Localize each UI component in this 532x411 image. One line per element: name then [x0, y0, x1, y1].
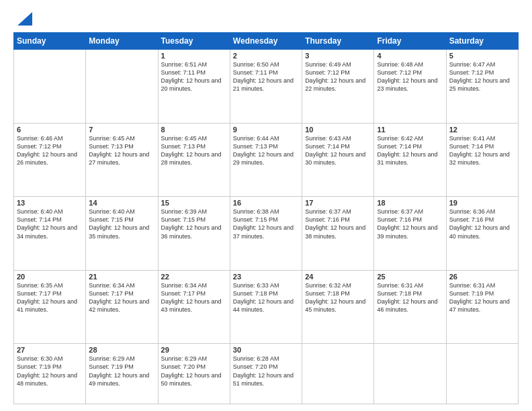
col-friday: Friday: [374, 33, 446, 50]
day-info: Sunrise: 6:30 AM Sunset: 7:19 PM Dayligh…: [17, 355, 83, 387]
col-saturday: Saturday: [446, 33, 518, 50]
table-row: 22Sunrise: 6:34 AM Sunset: 7:17 PM Dayli…: [158, 270, 230, 344]
calendar-week-row: 27Sunrise: 6:30 AM Sunset: 7:19 PM Dayli…: [14, 344, 519, 404]
day-number: 14: [89, 199, 154, 207]
table-row: [446, 344, 518, 404]
day-number: 4: [377, 52, 443, 60]
calendar-week-row: 1Sunrise: 6:51 AM Sunset: 7:11 PM Daylig…: [14, 50, 519, 124]
table-row: 12Sunrise: 6:41 AM Sunset: 7:14 PM Dayli…: [446, 123, 518, 197]
day-info: Sunrise: 6:45 AM Sunset: 7:13 PM Dayligh…: [161, 134, 227, 167]
table-row: 25Sunrise: 6:31 AM Sunset: 7:18 PM Dayli…: [374, 270, 446, 344]
day-info: Sunrise: 6:47 AM Sunset: 7:12 PM Dayligh…: [449, 60, 515, 93]
svg-marker-0: [17, 12, 32, 26]
table-row: 27Sunrise: 6:30 AM Sunset: 7:19 PM Dayli…: [14, 344, 86, 404]
col-sunday: Sunday: [14, 33, 86, 50]
table-row: 10Sunrise: 6:43 AM Sunset: 7:14 PM Dayli…: [302, 123, 374, 197]
table-row: 28Sunrise: 6:29 AM Sunset: 7:19 PM Dayli…: [86, 344, 158, 404]
day-info: Sunrise: 6:36 AM Sunset: 7:16 PM Dayligh…: [449, 208, 515, 240]
day-info: Sunrise: 6:37 AM Sunset: 7:16 PM Dayligh…: [377, 208, 443, 240]
day-info: Sunrise: 6:28 AM Sunset: 7:20 PM Dayligh…: [233, 355, 299, 387]
day-info: Sunrise: 6:51 AM Sunset: 7:11 PM Dayligh…: [161, 60, 227, 93]
day-info: Sunrise: 6:31 AM Sunset: 7:19 PM Dayligh…: [449, 281, 515, 314]
table-row: 1Sunrise: 6:51 AM Sunset: 7:11 PM Daylig…: [158, 50, 230, 124]
table-row: 23Sunrise: 6:33 AM Sunset: 7:18 PM Dayli…: [230, 270, 302, 344]
calendar-header-row: Sunday Monday Tuesday Wednesday Thursday…: [14, 33, 519, 50]
table-row: [302, 344, 374, 404]
day-number: 10: [305, 126, 371, 134]
table-row: 18Sunrise: 6:37 AM Sunset: 7:16 PM Dayli…: [374, 197, 446, 271]
day-number: 7: [89, 126, 154, 134]
day-info: Sunrise: 6:29 AM Sunset: 7:19 PM Dayligh…: [89, 355, 154, 387]
day-info: Sunrise: 6:37 AM Sunset: 7:16 PM Dayligh…: [305, 208, 371, 240]
day-number: 19: [449, 199, 515, 207]
col-monday: Monday: [86, 33, 158, 50]
day-info: Sunrise: 6:44 AM Sunset: 7:13 PM Dayligh…: [233, 134, 299, 167]
day-info: Sunrise: 6:40 AM Sunset: 7:14 PM Dayligh…: [17, 208, 83, 240]
col-tuesday: Tuesday: [158, 33, 230, 50]
day-number: 18: [377, 199, 443, 207]
calendar-week-row: 13Sunrise: 6:40 AM Sunset: 7:14 PM Dayli…: [14, 197, 519, 271]
calendar-table: Sunday Monday Tuesday Wednesday Thursday…: [13, 32, 519, 404]
day-number: 6: [17, 126, 83, 134]
day-info: Sunrise: 6:49 AM Sunset: 7:12 PM Dayligh…: [305, 60, 371, 93]
day-info: Sunrise: 6:41 AM Sunset: 7:14 PM Dayligh…: [449, 134, 515, 167]
day-number: 26: [449, 273, 515, 281]
logo-triangle-icon: [17, 12, 32, 26]
day-number: 25: [377, 273, 443, 281]
day-number: 11: [377, 126, 443, 134]
day-number: 23: [233, 273, 299, 281]
day-info: Sunrise: 6:32 AM Sunset: 7:18 PM Dayligh…: [305, 281, 371, 314]
page: Sunday Monday Tuesday Wednesday Thursday…: [0, 0, 532, 411]
table-row: 16Sunrise: 6:38 AM Sunset: 7:15 PM Dayli…: [230, 197, 302, 271]
day-info: Sunrise: 6:38 AM Sunset: 7:15 PM Dayligh…: [233, 208, 299, 240]
day-info: Sunrise: 6:46 AM Sunset: 7:12 PM Dayligh…: [17, 134, 83, 167]
day-info: Sunrise: 6:40 AM Sunset: 7:15 PM Dayligh…: [89, 208, 154, 240]
table-row: 15Sunrise: 6:39 AM Sunset: 7:15 PM Dayli…: [158, 197, 230, 271]
table-row: 21Sunrise: 6:34 AM Sunset: 7:17 PM Dayli…: [86, 270, 158, 344]
day-number: 2: [233, 52, 299, 60]
table-row: 29Sunrise: 6:29 AM Sunset: 7:20 PM Dayli…: [158, 344, 230, 404]
table-row: 20Sunrise: 6:35 AM Sunset: 7:17 PM Dayli…: [14, 270, 86, 344]
day-info: Sunrise: 6:34 AM Sunset: 7:17 PM Dayligh…: [89, 281, 154, 314]
day-number: 24: [305, 273, 371, 281]
table-row: 5Sunrise: 6:47 AM Sunset: 7:12 PM Daylig…: [446, 50, 518, 124]
day-number: 17: [305, 199, 371, 207]
table-row: 19Sunrise: 6:36 AM Sunset: 7:16 PM Dayli…: [446, 197, 518, 271]
table-row: 17Sunrise: 6:37 AM Sunset: 7:16 PM Dayli…: [302, 197, 374, 271]
table-row: [374, 344, 446, 404]
table-row: 24Sunrise: 6:32 AM Sunset: 7:18 PM Dayli…: [302, 270, 374, 344]
table-row: 9Sunrise: 6:44 AM Sunset: 7:13 PM Daylig…: [230, 123, 302, 197]
day-number: 15: [161, 199, 227, 207]
table-row: 8Sunrise: 6:45 AM Sunset: 7:13 PM Daylig…: [158, 123, 230, 197]
calendar-week-row: 6Sunrise: 6:46 AM Sunset: 7:12 PM Daylig…: [14, 123, 519, 197]
day-info: Sunrise: 6:45 AM Sunset: 7:13 PM Dayligh…: [89, 134, 154, 167]
col-thursday: Thursday: [302, 33, 374, 50]
day-info: Sunrise: 6:43 AM Sunset: 7:14 PM Dayligh…: [305, 134, 371, 167]
table-row: [14, 50, 86, 124]
calendar-week-row: 20Sunrise: 6:35 AM Sunset: 7:17 PM Dayli…: [14, 270, 519, 344]
day-number: 21: [89, 273, 154, 281]
col-wednesday: Wednesday: [230, 33, 302, 50]
logo: [13, 12, 32, 26]
table-row: 3Sunrise: 6:49 AM Sunset: 7:12 PM Daylig…: [302, 50, 374, 124]
day-number: 3: [305, 52, 371, 60]
table-row: 2Sunrise: 6:50 AM Sunset: 7:11 PM Daylig…: [230, 50, 302, 124]
day-number: 27: [17, 346, 83, 354]
day-number: 1: [161, 52, 227, 60]
day-info: Sunrise: 6:29 AM Sunset: 7:20 PM Dayligh…: [161, 355, 227, 387]
day-number: 13: [17, 199, 83, 207]
table-row: 13Sunrise: 6:40 AM Sunset: 7:14 PM Dayli…: [14, 197, 86, 271]
day-info: Sunrise: 6:48 AM Sunset: 7:12 PM Dayligh…: [377, 60, 443, 93]
day-number: 12: [449, 126, 515, 134]
table-row: 14Sunrise: 6:40 AM Sunset: 7:15 PM Dayli…: [86, 197, 158, 271]
day-number: 29: [161, 346, 227, 354]
day-number: 8: [161, 126, 227, 134]
day-info: Sunrise: 6:31 AM Sunset: 7:18 PM Dayligh…: [377, 281, 443, 314]
day-info: Sunrise: 6:34 AM Sunset: 7:17 PM Dayligh…: [161, 281, 227, 314]
day-number: 22: [161, 273, 227, 281]
day-number: 30: [233, 346, 299, 354]
header: [13, 12, 519, 26]
table-row: 30Sunrise: 6:28 AM Sunset: 7:20 PM Dayli…: [230, 344, 302, 404]
day-number: 5: [449, 52, 515, 60]
day-number: 28: [89, 346, 154, 354]
